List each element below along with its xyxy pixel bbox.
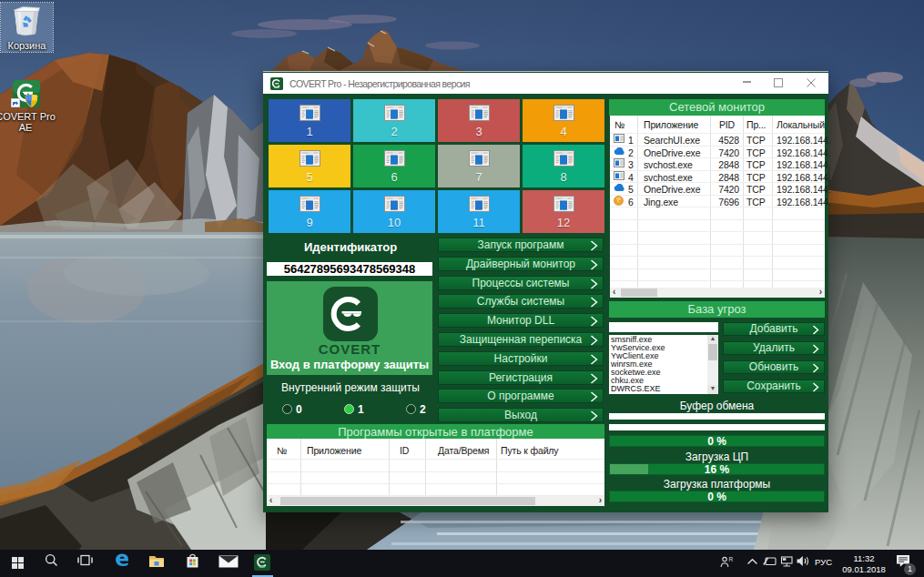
svg-text:R: R [729, 556, 734, 562]
